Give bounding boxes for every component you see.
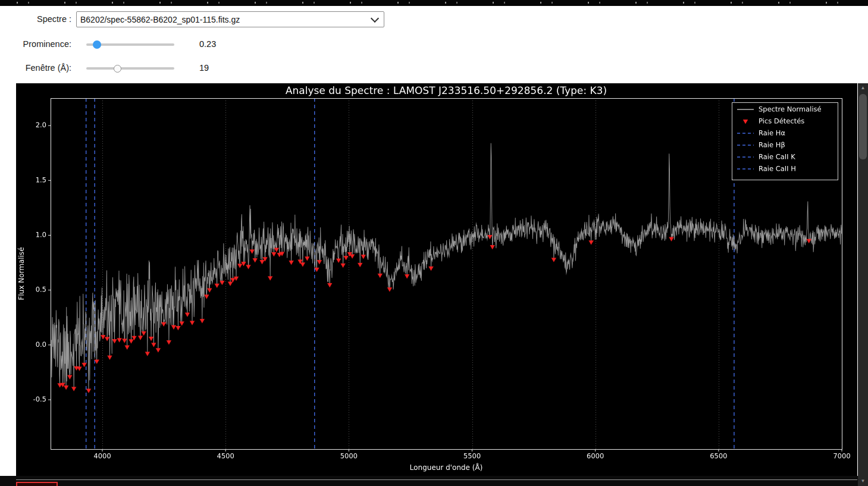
app-page: Spectre : B6202/spec-55862-B6202_sp01-11… <box>0 0 868 486</box>
scrollbar-thumb[interactable] <box>859 94 867 159</box>
prominence-row: Prominence: 0.23 <box>0 36 464 52</box>
prominence-label: Prominence: <box>0 36 71 52</box>
controls-panel: Spectre : B6202/spec-55862-B6202_sp01-11… <box>0 6 868 83</box>
spectrum-figure <box>16 83 857 476</box>
spectre-label: Spectre : <box>0 11 71 27</box>
fenetre-slider[interactable] <box>86 64 174 73</box>
prominence-value: 0.23 <box>199 36 216 52</box>
prominence-slider[interactable] <box>86 40 174 49</box>
spectrum-plot-canvas <box>16 83 857 476</box>
spectre-row: Spectre : B6202/spec-55862-B6202_sp01-11… <box>0 11 464 27</box>
scroll-up-icon[interactable]: ▲ <box>858 83 868 93</box>
clipped-content-below <box>0 476 858 486</box>
fenetre-label: Fenêtre (Å): <box>0 59 71 76</box>
fenetre-row: Fenêtre (Å): 19 <box>0 59 464 76</box>
cropped-top-bar <box>0 0 868 6</box>
scroll-down-icon[interactable]: ▼ <box>858 476 868 486</box>
vertical-scrollbar[interactable]: ▲ ▼ <box>858 83 868 486</box>
fenetre-value: 19 <box>199 59 209 76</box>
divider-line <box>16 479 857 480</box>
spectre-select-wrap: B6202/spec-55862-B6202_sp01-115.fits.gz <box>76 11 384 27</box>
cropped-text-marks <box>0 2 868 4</box>
spectre-select[interactable]: B6202/spec-55862-B6202_sp01-115.fits.gz <box>76 11 384 27</box>
clipped-red-box <box>16 482 58 486</box>
